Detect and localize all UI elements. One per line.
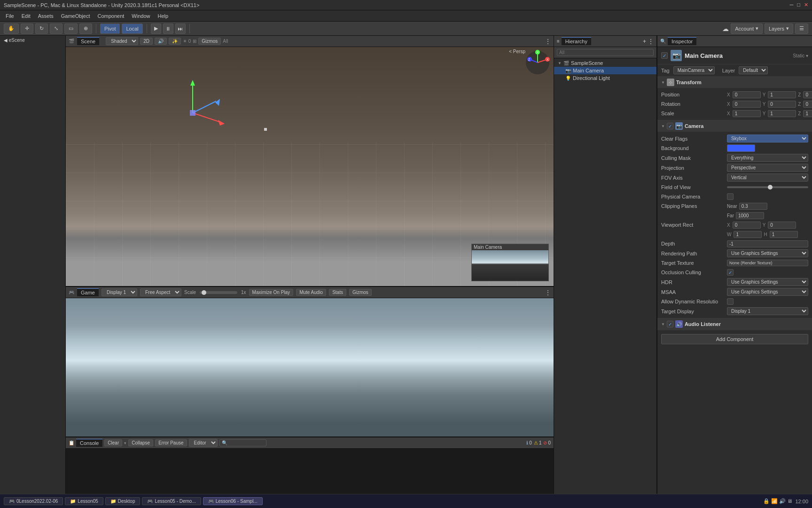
hierarchy-search-input[interactable] <box>557 49 654 56</box>
rendering-path-select[interactable]: Use Graphics Settings <box>727 249 808 257</box>
rect-tool-btn[interactable]: ▭ <box>64 24 78 34</box>
viewport-h[interactable] <box>770 231 798 238</box>
msaa-select[interactable]: Use Graphics Settings <box>727 288 808 296</box>
game-gizmos-btn[interactable]: Gizmos <box>349 289 372 296</box>
scene-tab[interactable]: Scene <box>77 37 99 45</box>
console-search[interactable] <box>219 439 266 446</box>
object-enabled-checkbox[interactable]: ✓ <box>661 52 668 59</box>
rotate-tool-btn[interactable]: ↻ <box>35 24 48 34</box>
gizmos-btn[interactable]: Gizmos <box>198 38 221 45</box>
minimize-btn[interactable]: ─ <box>790 2 794 8</box>
taskbar-item-3[interactable]: 🎮 Lesson05 - Demo... <box>142 497 201 505</box>
account-dropdown[interactable]: Account ▾ <box>731 24 763 34</box>
scale-z[interactable] <box>803 110 812 117</box>
audio-listener-enabled-checkbox[interactable]: ✓ <box>667 321 673 327</box>
layer-select[interactable]: Default <box>739 66 768 74</box>
pivot-btn[interactable]: Pivot <box>100 24 120 34</box>
game-canvas[interactable] <box>66 298 554 437</box>
collapse-btn[interactable]: Collapse <box>128 439 153 446</box>
local-btn[interactable]: Local <box>122 24 142 34</box>
viewport-y[interactable] <box>768 222 796 229</box>
projection-select[interactable]: Perspective <box>727 164 808 172</box>
taskbar-item-4[interactable]: 🎮 Lesson06 - Sampl... <box>203 497 263 505</box>
hierarchy-settings-icon[interactable]: ⋮ <box>648 38 654 45</box>
physical-camera-checkbox[interactable] <box>727 193 734 200</box>
transform-header[interactable]: ▼ ⊹ Transform <box>657 77 812 88</box>
position-z[interactable] <box>803 91 812 98</box>
camera-header[interactable]: ▼ ✓ 📷 Camera <box>657 120 812 132</box>
game-settings-icon[interactable]: ⋮ <box>545 289 551 296</box>
audio-btn[interactable]: 🔊 <box>155 38 167 45</box>
render-mode-select[interactable]: Shaded <box>106 37 138 45</box>
menu-edit[interactable]: Edit <box>18 12 34 20</box>
taskbar-item-1[interactable]: 📁 Lesson05 <box>65 497 103 505</box>
position-y[interactable] <box>768 91 796 98</box>
move-tool-btn[interactable]: ✛ <box>21 24 33 34</box>
near-field[interactable] <box>739 203 767 210</box>
pause-btn[interactable]: ⏸ <box>163 24 173 34</box>
hierarchy-sample-scene[interactable]: ▼ 🎬 SampleScene <box>554 59 656 67</box>
layers-dropdown[interactable]: Layers ▾ <box>765 24 793 34</box>
target-display-select[interactable]: Display 1 <box>727 307 808 315</box>
fx-btn[interactable]: ✨ <box>169 38 181 45</box>
hierarchy-main-camera[interactable]: 📷 Main Camera <box>554 67 656 74</box>
play-btn[interactable]: ▶ <box>151 24 161 34</box>
hierarchy-add-btn[interactable]: + <box>643 38 646 45</box>
sidebar-project[interactable]: ◀ eScene <box>0 36 65 45</box>
display-select[interactable]: Display 1 <box>102 288 137 296</box>
console-tab[interactable]: Console <box>76 439 102 447</box>
add-component-btn[interactable]: Add Component <box>661 334 808 344</box>
target-texture-field[interactable] <box>727 260 808 266</box>
taskbar-item-0[interactable]: 🎮 0Lesson2022.02-06 <box>4 497 63 505</box>
scene-canvas[interactable]: < Persp X Y Z <box>66 47 554 286</box>
close-btn[interactable]: ✕ <box>804 2 808 8</box>
scale-x[interactable] <box>733 110 761 117</box>
audio-listener-header[interactable]: ▼ ✓ 🔊 Audio Listener <box>657 318 812 330</box>
menu-file[interactable]: File <box>2 12 18 20</box>
mute-audio-btn[interactable]: Mute Audio <box>296 289 326 296</box>
fov-slider[interactable] <box>727 186 808 188</box>
menu-assets[interactable]: Assets <box>34 12 57 20</box>
hdr-select[interactable]: Use Graphics Settings <box>727 278 808 286</box>
game-tab[interactable]: Game <box>77 288 99 296</box>
camera-enabled-checkbox[interactable]: ✓ <box>667 123 673 129</box>
2d-btn[interactable]: 2D <box>140 38 153 45</box>
hierarchy-tab[interactable]: Hierarchy <box>562 37 591 45</box>
dynamic-res-checkbox[interactable] <box>727 298 734 305</box>
object-name-label[interactable]: Main Camera <box>685 52 723 59</box>
scene-settings-icon[interactable]: ⋮ <box>545 38 551 45</box>
tag-select[interactable]: MainCamera <box>673 66 715 74</box>
hierarchy-directional-light[interactable]: 💡 Directional Light <box>554 74 656 82</box>
layout-btn[interactable]: ☰ <box>795 24 808 34</box>
rotation-z[interactable] <box>803 101 812 108</box>
position-x[interactable] <box>733 91 761 98</box>
background-color-swatch[interactable] <box>727 144 755 152</box>
aspect-select[interactable]: Free Aspect <box>140 288 181 296</box>
menu-gameobject[interactable]: GameObject <box>57 12 94 20</box>
error-pause-btn[interactable]: Error Pause <box>155 439 187 446</box>
editor-select[interactable]: Editor <box>189 439 218 447</box>
rotation-x[interactable] <box>733 101 761 108</box>
rotation-y[interactable] <box>768 101 796 108</box>
clear-btn[interactable]: Clear <box>104 439 122 446</box>
far-field[interactable] <box>736 212 764 219</box>
inspector-tab[interactable]: Inspector <box>668 37 696 45</box>
hand-tool-btn[interactable]: ✋ <box>4 24 19 34</box>
depth-field[interactable] <box>727 240 808 247</box>
collab-icon[interactable]: ☁ <box>722 25 729 32</box>
maximize-on-play-btn[interactable]: Maximize On Play <box>249 289 294 296</box>
occlusion-culling-checkbox[interactable]: ✓ <box>727 269 734 276</box>
clear-arrow[interactable]: ▾ <box>124 441 126 445</box>
scale-y[interactable] <box>768 110 796 117</box>
scale-tool-btn[interactable]: ⤡ <box>50 24 62 34</box>
menu-window[interactable]: Window <box>128 12 154 20</box>
viewport-w[interactable] <box>734 231 762 238</box>
menu-help[interactable]: Help <box>154 12 172 20</box>
culling-mask-select[interactable]: Everything <box>727 154 808 162</box>
fov-axis-select[interactable]: Vertical <box>727 174 808 182</box>
menu-component[interactable]: Component <box>94 12 128 20</box>
viewport-x[interactable] <box>733 222 761 229</box>
taskbar-item-2[interactable]: 📁 Desktop <box>105 497 141 505</box>
clear-flags-select[interactable]: Skybox <box>727 135 808 143</box>
stats-btn[interactable]: Stats <box>329 289 346 296</box>
